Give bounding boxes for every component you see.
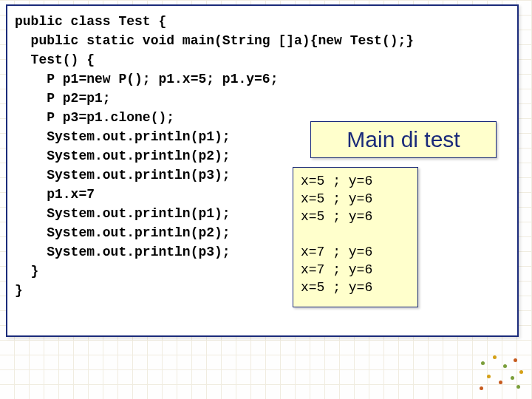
output-callout: x=5 ; y=6 x=5 ; y=6 x=5 ; y=6 x=7 ; y=6 … — [293, 167, 418, 307]
output-text: x=5 ; y=6 x=5 ; y=6 x=5 ; y=6 x=7 ; y=6 … — [301, 172, 410, 296]
slide: public class Test { public static void m… — [0, 0, 532, 399]
title-text: Main di test — [347, 127, 460, 152]
decoration-dots — [468, 350, 528, 395]
title-callout: Main di test — [310, 121, 497, 158]
code-container: public class Test { public static void m… — [6, 4, 519, 337]
